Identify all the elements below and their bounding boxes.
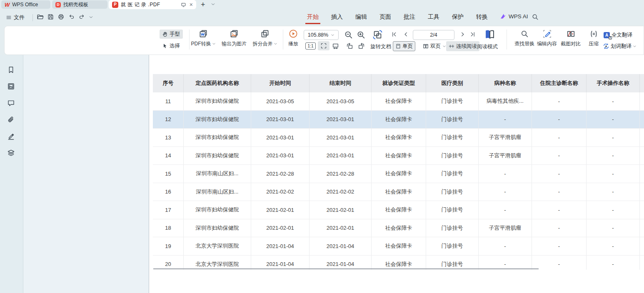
fit-width-icon[interactable]	[332, 42, 339, 50]
table-cell: -	[532, 237, 587, 255]
zoom-value: 105.88%	[308, 32, 328, 38]
tab-docer-template[interactable]: D 找稻壳模板	[52, 0, 107, 9]
table-cell: 19	[153, 237, 184, 255]
full-translate-label: 全文翻译	[612, 32, 632, 39]
export-image-button[interactable]: 输出为图片	[219, 28, 250, 47]
table-cell: 门诊挂号	[426, 183, 479, 201]
prev-page-icon[interactable]	[403, 31, 409, 37]
table-cell: 北京大学深圳医院	[184, 256, 251, 270]
zoom-in-icon[interactable]	[357, 30, 365, 39]
split-merge-button[interactable]: 拆分合并	[250, 28, 280, 47]
table-cell: 社会保障卡	[372, 219, 426, 237]
new-tab-button[interactable]: +	[201, 0, 205, 9]
wps-logo-icon: W	[5, 2, 10, 7]
menu-item-tools[interactable]: 工具	[428, 12, 439, 22]
main-area: 序号定点医药机构名称开始时间结束时间就诊凭证类型医疗类别病种名称住院主诊断名称手…	[0, 55, 644, 293]
present-icon[interactable]	[181, 2, 186, 7]
table-cell: 深圳市妇幼保健院	[184, 219, 251, 237]
menu-item-edit[interactable]: 编辑	[355, 12, 367, 22]
table-body: 11深圳市妇幼保健院2021-03-052021-03-05社会保障卡门诊挂号病…	[153, 92, 644, 270]
single-page-label: 单页	[402, 43, 413, 50]
tab-label: 找稻壳模板	[63, 1, 88, 8]
single-page-button[interactable]: 单页	[393, 41, 415, 51]
menu-item-page[interactable]: 页面	[379, 12, 391, 22]
menu-item-home[interactable]: 开始	[307, 12, 319, 22]
find-replace-button[interactable]: 查找替换	[511, 28, 538, 47]
first-page-icon[interactable]	[391, 31, 397, 37]
page-indicator-input[interactable]: 2/4	[413, 30, 454, 40]
undo-icon[interactable]	[68, 13, 75, 20]
pdf-convert-button[interactable]: PDF转换	[190, 28, 217, 47]
open-file-icon[interactable]	[37, 13, 44, 20]
zoom-level-select[interactable]: 105.88%	[304, 30, 339, 40]
table-row: 18深圳市妇幼保健院2021-02-012021-02-01社会保障卡门诊挂号子…	[153, 219, 644, 238]
rotate-right-icon[interactable]	[358, 42, 365, 50]
table-cell: 2021-01-04	[310, 237, 372, 255]
play-button[interactable]: 播放	[284, 28, 303, 47]
window-tab-bar: W WPS Office D 找稻壳模板 P 就 医 记 录 .PDF × +	[0, 0, 644, 9]
tab-document[interactable]: P 就 医 记 录 .PDF ×	[109, 0, 196, 9]
table-cell: 社会保障卡	[372, 201, 426, 219]
full-translate-button[interactable]: A文 全文翻译	[604, 30, 632, 40]
menu-item-insert[interactable]: 插入	[331, 12, 343, 22]
attachment-icon[interactable]	[7, 116, 15, 124]
table-cell: -	[532, 183, 587, 201]
table-cell: 病毒性其他疾...	[479, 92, 532, 110]
next-page-icon[interactable]	[459, 31, 466, 37]
bookmark-icon[interactable]	[7, 66, 15, 74]
table-cell	[640, 165, 644, 183]
screenshot-compare-button[interactable]: 截图对比	[559, 28, 583, 47]
word-translate-button[interactable]: 划词翻译	[603, 42, 637, 51]
table-cell: 深圳市妇幼保健院	[184, 111, 251, 129]
edit-content-button[interactable]: 编辑内容	[534, 28, 559, 47]
redo-icon[interactable]	[78, 13, 85, 20]
select-tool-button[interactable]: 选择	[160, 41, 183, 50]
wps-office-window: W WPS Office D 找稻壳模板 P 就 医 记 录 .PDF × + …	[0, 0, 644, 293]
read-mode-label[interactable]: 阅读模式	[477, 43, 498, 50]
table-row: 15深圳市南山区妇...2021-02-282021-02-28社会保障卡门诊挂…	[153, 165, 644, 183]
menu-item-convert[interactable]: 转换	[476, 12, 488, 22]
continuous-read-button[interactable]: 连续阅读	[446, 41, 479, 51]
zoom-out-icon[interactable]	[344, 30, 353, 39]
read-mode-book-icon[interactable]	[484, 29, 495, 40]
file-menu-label: 文件	[14, 14, 25, 21]
layers-icon[interactable]	[7, 149, 15, 157]
table-cell: 2021-02-01	[251, 219, 310, 237]
rotate-left-icon[interactable]	[346, 42, 353, 50]
menu-search-icon[interactable]	[532, 13, 539, 20]
table-cell: 深圳市妇幼保健院	[184, 147, 251, 165]
table-cell: 社会保障卡	[372, 129, 426, 146]
actual-size-button[interactable]: 1:1	[305, 42, 316, 50]
rotate-doc-label[interactable]: 旋转文档	[370, 43, 391, 50]
table-cell: -	[587, 92, 640, 110]
rotate-pages-icon[interactable]	[373, 30, 382, 40]
wps-ai-button[interactable]: WPS AI	[500, 13, 528, 20]
last-page-icon[interactable]	[469, 31, 476, 37]
column-header: 定点医药机构名称	[184, 74, 251, 92]
compress-button[interactable]: 压缩	[584, 28, 603, 47]
menu-item-annotate[interactable]: 批注	[404, 12, 415, 22]
tab-list-chevron-icon[interactable]	[211, 2, 215, 7]
quick-access-chevron-icon[interactable]	[89, 15, 93, 20]
thumbnail-panel-icon[interactable]	[7, 82, 15, 90]
tab-wps-office[interactable]: W WPS Office	[1, 0, 50, 9]
export-image-icon	[230, 29, 239, 38]
table-cell: 门诊挂号	[426, 111, 479, 129]
close-tab-icon[interactable]: ×	[190, 2, 193, 7]
file-menu-button[interactable]: 文件	[6, 12, 25, 22]
table-cell	[640, 237, 644, 255]
table-cell	[640, 111, 644, 129]
hand-tool-button[interactable]: 手型	[160, 30, 183, 39]
print-icon[interactable]	[57, 13, 65, 20]
fit-page-button[interactable]	[318, 41, 329, 50]
table-cell: 深圳市妇幼保健院	[184, 201, 251, 219]
menu-items: 开始 插入 编辑 页面 批注 工具 保护 转换	[307, 12, 488, 22]
double-page-button[interactable]: 双页	[420, 42, 449, 51]
page-indicator-value: 2/4	[430, 32, 437, 38]
save-icon[interactable]	[47, 13, 54, 20]
signature-pen-icon[interactable]	[7, 132, 15, 140]
table-cell: 社会保障卡	[372, 165, 426, 183]
pdf-file-icon: P	[112, 2, 118, 8]
menu-item-protect[interactable]: 保护	[452, 12, 464, 22]
comment-icon[interactable]	[7, 99, 15, 107]
